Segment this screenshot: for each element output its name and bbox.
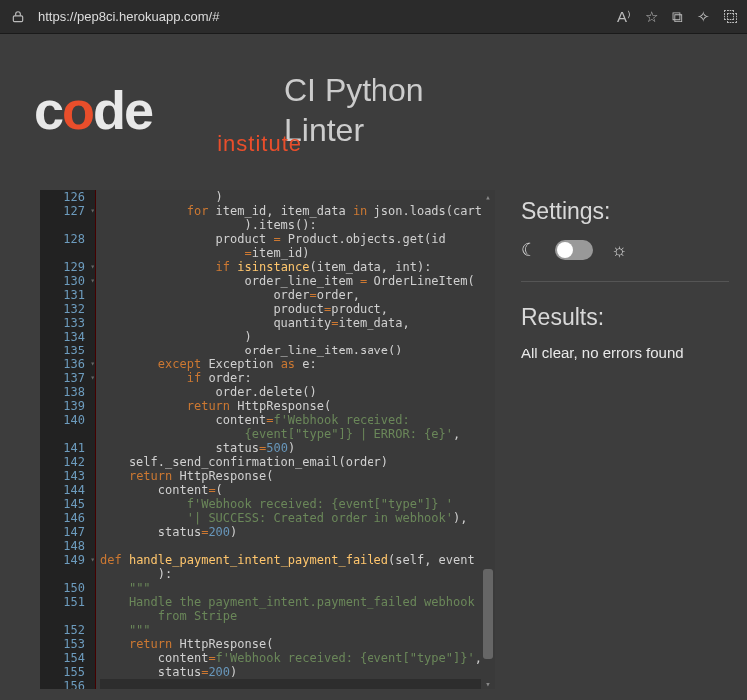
code-line[interactable]: return HttpResponse( [100,469,481,483]
code-line[interactable]: ).items(): [100,218,481,232]
code-line[interactable]: ): [100,567,481,581]
title-line-1: CI Python [284,70,424,110]
fold-arrow-icon[interactable]: ▾ [90,260,95,274]
browser-address-bar: https://pep8ci.herokuapp.com/# A⁾ ☆ ⧉ ✧ … [0,0,747,34]
code-line[interactable]: for item_id, item_data in json.loads(car… [100,204,481,218]
code-line[interactable]: except Exception as e: [100,357,481,371]
scroll-down-icon[interactable]: ▾ [481,677,495,689]
line-number: 130▾ [40,274,95,288]
line-number: 145 [40,497,95,511]
read-aloud-icon[interactable]: A⁾ [617,8,631,26]
moon-icon: ☾ [521,239,537,261]
code-line[interactable]: =item_id) [100,246,481,260]
line-number: 153 [40,637,95,651]
code-line[interactable]: Handle the payment_intent.payment_failed… [100,595,481,609]
line-number: 141 [40,441,95,455]
code-line[interactable]: '| SUCCESS: Created order in webhook'), [100,511,481,525]
line-number [40,246,95,260]
code-line[interactable]: from Stripe [100,609,481,623]
line-number: 126 [40,190,95,204]
page-header: code institute CI Python Linter [0,34,747,160]
results-text: All clear, no errors found [521,345,729,361]
line-number: 132 [40,302,95,316]
code-line[interactable]: order_line_item = OrderLineItem( [100,274,481,288]
code-line[interactable]: f'Webhook received: {event["type"]} ' [100,497,481,511]
code-line[interactable]: return HttpResponse( [100,637,481,651]
code-line[interactable]: {event["type"]} | ERROR: {e}', [100,427,481,441]
page-title: CI Python Linter [284,70,424,150]
code-line[interactable]: """ [100,581,481,595]
code-line[interactable]: status=200) [100,665,481,679]
logo-text-de: de [93,80,152,140]
line-number: 133 [40,316,95,330]
code-editor[interactable]: 126127▾128129▾130▾131132133134135136▾137… [40,190,495,689]
split-icon[interactable]: ⧉ [672,8,683,26]
sidebar: Settings: ☾ ☼ Results: All clear, no err… [521,190,747,689]
line-number: 156 [40,679,95,689]
scroll-up-icon[interactable]: ▴ [481,190,495,202]
title-line-2: Linter [284,110,424,150]
code-line[interactable]: def handle_payment_intent_payment_failed… [100,553,481,567]
code-line[interactable]: order=order, [100,288,481,302]
favorite-icon[interactable]: ☆ [645,8,658,26]
line-number: 142 [40,455,95,469]
code-line[interactable] [100,539,481,553]
line-number-gutter: 126127▾128129▾130▾131132133134135136▾137… [40,190,96,689]
code-line[interactable]: product = Product.objects.get(id [100,232,481,246]
fold-arrow-icon[interactable]: ▾ [90,204,95,218]
code-line[interactable]: status=500) [100,441,481,455]
toggle-knob [557,242,573,258]
fold-arrow-icon[interactable]: ▾ [90,371,95,385]
line-number: 152 [40,623,95,637]
code-line[interactable] [100,679,481,689]
code-line[interactable]: self._send_confirmation_email(order) [100,455,481,469]
settings-heading: Settings: [521,198,729,225]
sun-icon: ☼ [611,240,628,261]
code-body[interactable]: ) for item_id, item_data in json.loads(c… [96,190,481,689]
code-line[interactable]: status=200) [100,525,481,539]
line-number: 131 [40,288,95,302]
line-number [40,567,95,581]
line-number: 139 [40,399,95,413]
svg-rect-0 [13,15,22,21]
main-content: 126127▾128129▾130▾131132133134135136▾137… [0,190,747,689]
copy-icon[interactable]: ⿻ [724,8,739,25]
editor-scrollbar[interactable]: ▴ ▾ [481,190,495,689]
url-text[interactable]: https://pep8ci.herokuapp.com/# [38,9,607,24]
code-line[interactable]: ) [100,330,481,344]
line-number: 128 [40,232,95,246]
code-line[interactable]: if order: [100,371,481,385]
code-line[interactable]: content=f'Webhook received: [100,413,481,427]
line-number: 127▾ [40,204,95,218]
line-number: 147 [40,525,95,539]
code-line[interactable]: if isinstance(item_data, int): [100,260,481,274]
code-line[interactable]: product=product, [100,302,481,316]
code-line[interactable]: order.delete() [100,385,481,399]
results-heading: Results: [521,304,729,331]
scroll-thumb[interactable] [483,569,493,659]
fold-arrow-icon[interactable]: ▾ [90,274,95,288]
code-line[interactable]: ) [100,190,481,204]
theme-toggle[interactable] [555,240,593,260]
logo-text-o: o [62,80,93,140]
line-number: 149▾ [40,553,95,567]
line-number: 148 [40,539,95,553]
line-number: 140 [40,413,95,427]
line-number: 136▾ [40,357,95,371]
code-line[interactable]: """ [100,623,481,637]
fold-arrow-icon[interactable]: ▾ [90,357,95,371]
fold-arrow-icon[interactable]: ▾ [90,553,95,567]
line-number: 144 [40,483,95,497]
logo-text-c: c [34,80,62,140]
code-line[interactable]: quantity=item_data, [100,316,481,330]
code-line[interactable]: content=f'Webhook received: {event["type… [100,651,481,665]
browser-actions: A⁾ ☆ ⧉ ✧ ⿻ [617,8,739,26]
line-number: 137▾ [40,371,95,385]
site-info-icon[interactable] [8,7,28,27]
code-line[interactable]: order_line_item.save() [100,344,481,357]
line-number: 129▾ [40,260,95,274]
code-line[interactable]: content=( [100,483,481,497]
line-number [40,609,95,623]
collections-icon[interactable]: ✧ [697,8,710,26]
code-line[interactable]: return HttpResponse( [100,399,481,413]
